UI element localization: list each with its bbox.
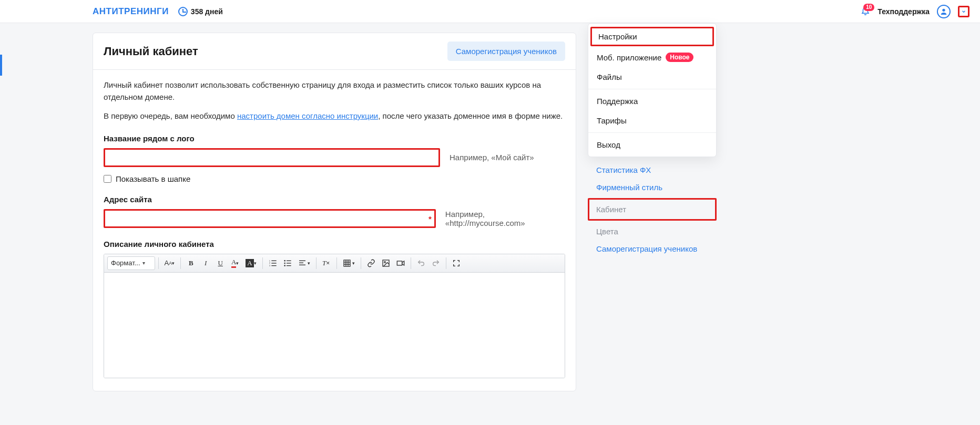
dropdown-item-logout[interactable]: Выход: [588, 135, 716, 154]
bullet-list-button[interactable]: [281, 256, 294, 270]
editor-textarea[interactable]: [104, 273, 565, 378]
align-button[interactable]: ▾: [295, 256, 313, 270]
side-nav: Статистика ФХ Фирменный стиль Кабинет Цв…: [588, 161, 717, 257]
user-label[interactable]: Техподдержка: [877, 7, 930, 16]
undo-button[interactable]: [414, 256, 428, 270]
dropdown-label: Выход: [597, 140, 620, 149]
sidenav-stats[interactable]: Статистика ФХ: [588, 161, 717, 179]
format-select[interactable]: Формат... ▾: [107, 256, 155, 270]
dropdown-label: Настройки: [598, 32, 637, 41]
sidenav-colors[interactable]: Цвета: [588, 223, 717, 240]
setup-text: В первую очередь, вам необходимо настрои…: [104, 110, 565, 122]
link-button[interactable]: [364, 256, 378, 270]
text-color-button[interactable]: A ▾: [228, 256, 242, 270]
svg-rect-12: [287, 265, 291, 266]
video-button[interactable]: [394, 256, 407, 270]
sidenav-cabinet[interactable]: Кабинет: [588, 198, 717, 221]
svg-point-0: [942, 8, 945, 11]
svg-rect-15: [299, 264, 305, 265]
user-dropdown: Настройки Моб. приложение Новое Файлы По…: [588, 23, 717, 157]
sidenav-brand-style[interactable]: Фирменный стиль: [588, 179, 717, 196]
selfreg-button[interactable]: Саморегистрация учеников: [447, 42, 565, 61]
user-menu-toggle[interactable]: [958, 6, 969, 17]
editor-toolbar: Формат... ▾ AA ▾ B I U A ▾ A ▾ 123: [104, 254, 565, 273]
svg-rect-2: [271, 263, 276, 263]
new-badge: Новое: [666, 53, 693, 62]
name-near-logo-input[interactable]: [104, 148, 440, 167]
underline-button[interactable]: U: [213, 256, 227, 270]
bold-button[interactable]: B: [184, 256, 198, 270]
font-size-button[interactable]: AA ▾: [162, 256, 178, 270]
main-panel: Личный кабинет Саморегистрация учеников …: [93, 33, 576, 391]
dropdown-label: Моб. приложение: [597, 53, 661, 62]
dropdown-label: Поддержка: [597, 97, 638, 106]
logo[interactable]: АНТИТРЕНИНГИ: [93, 6, 169, 17]
left-active-marker: [0, 55, 2, 76]
show-in-header-label: Показывать в шапке: [116, 174, 190, 183]
svg-rect-13: [299, 260, 305, 261]
redo-button[interactable]: [429, 256, 443, 270]
days-label: 358 дней: [191, 7, 223, 16]
bg-color-button[interactable]: A ▾: [243, 256, 259, 270]
topbar: АНТИТРЕНИНГИ 358 дней 10 Техподдержка: [0, 0, 980, 23]
dropdown-item-support[interactable]: Поддержка: [588, 91, 716, 111]
svg-rect-23: [397, 261, 402, 265]
show-in-header-checkbox[interactable]: [104, 175, 111, 183]
name-hint: Например, «Мой сайт»: [450, 153, 534, 162]
setup-suffix: , после чего указать доменное имя в форм…: [378, 111, 563, 120]
svg-point-8: [284, 262, 285, 264]
dropdown-item-mobile[interactable]: Моб. приложение Новое: [588, 47, 716, 67]
svg-point-22: [384, 261, 385, 263]
days-remaining[interactable]: 358 дней: [178, 7, 223, 16]
svg-point-7: [284, 260, 285, 262]
chevron-down-icon: ▾: [142, 260, 145, 266]
svg-rect-10: [287, 260, 291, 261]
avatar[interactable]: [937, 5, 951, 18]
dropdown-label: Файлы: [597, 72, 622, 81]
setup-prefix: В первую очередь, вам необходимо: [104, 111, 237, 120]
required-star: *: [428, 214, 432, 223]
label-site-url: Адрес сайта: [104, 195, 565, 204]
notifications-button[interactable]: 10: [861, 6, 870, 17]
italic-button[interactable]: I: [199, 256, 212, 270]
label-description: Описание личного кабинета: [104, 240, 565, 248]
svg-rect-16: [344, 260, 350, 266]
svg-rect-3: [271, 265, 276, 266]
clear-format-button[interactable]: T✕: [320, 256, 333, 270]
dropdown-item-settings[interactable]: Настройки: [590, 27, 714, 46]
site-url-input[interactable]: [104, 209, 436, 228]
url-hint: Например, «http://mycourse.com»: [445, 210, 565, 227]
dropdown-item-files[interactable]: Файлы: [588, 67, 716, 87]
format-select-label: Формат...: [111, 259, 140, 267]
setup-link[interactable]: настроить домен согласно инструкции: [237, 111, 378, 120]
page-title: Личный кабинет: [104, 45, 198, 58]
svg-rect-1: [271, 260, 276, 261]
svg-rect-11: [287, 263, 291, 263]
table-button[interactable]: ▾: [340, 256, 358, 270]
intro-text: Личный кабинет позволит использовать соб…: [104, 79, 565, 103]
fullscreen-button[interactable]: [450, 256, 463, 270]
image-button[interactable]: [379, 256, 393, 270]
numbered-list-button[interactable]: 123: [266, 256, 280, 270]
label-name-near-logo: Название рядом с лого: [104, 134, 565, 143]
svg-text:3: 3: [269, 264, 270, 267]
notifications-count: 10: [863, 4, 874, 11]
rich-text-editor: Формат... ▾ AA ▾ B I U A ▾ A ▾ 123: [104, 254, 565, 378]
sidenav-selfreg[interactable]: Саморегистрация учеников: [588, 240, 717, 257]
svg-point-9: [284, 265, 285, 266]
clock-icon: [178, 7, 188, 16]
dropdown-item-tariffs[interactable]: Тарифы: [588, 111, 716, 130]
svg-rect-14: [299, 262, 303, 263]
dropdown-label: Тарифы: [597, 116, 627, 125]
